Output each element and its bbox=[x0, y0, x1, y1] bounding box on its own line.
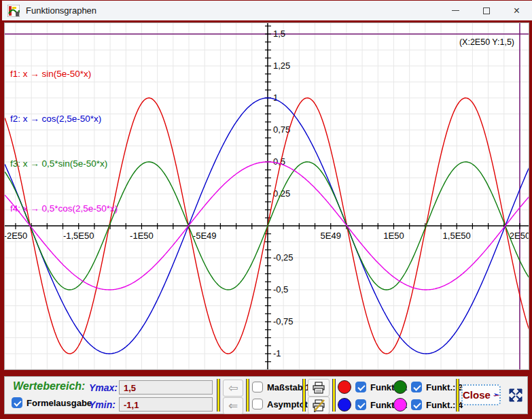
close-button-label: Close bbox=[463, 389, 491, 401]
expand-icon bbox=[508, 387, 524, 403]
y-tick-label: -1 bbox=[273, 348, 281, 358]
title-bar: Funktionsgraphen × bbox=[0, 0, 532, 20]
function-2-checkbox[interactable] bbox=[355, 399, 366, 410]
function-3-color-swatch bbox=[393, 380, 407, 394]
formula-f3: f3: x → 0,5*sin(5e-50*x) bbox=[10, 156, 118, 171]
pan-left-button[interactable]: ⇦ bbox=[223, 380, 243, 397]
formelausgabe-checkbox[interactable] bbox=[12, 397, 22, 408]
y-tick-label: -0,25 bbox=[273, 252, 294, 263]
fullscreen-button[interactable] bbox=[506, 386, 525, 404]
window-title: Funktionsgraphen bbox=[26, 5, 96, 16]
y-tick-label: 0,25 bbox=[273, 188, 290, 199]
function-4-color-swatch bbox=[393, 398, 407, 412]
asymptote-checkbox[interactable] bbox=[252, 399, 263, 409]
y-tick-label: -0,75 bbox=[273, 316, 294, 326]
maximize-button[interactable] bbox=[471, 1, 501, 20]
formelausgabe-label: Formelausgabe bbox=[26, 398, 92, 408]
close-icon: × bbox=[514, 5, 520, 16]
x-tick-label: 2E50 bbox=[510, 231, 529, 241]
formula-f2: f2: x → cos(2,5e-50*x) bbox=[10, 112, 118, 127]
function-4-checkbox[interactable] bbox=[411, 399, 422, 410]
arrow-left-double-icon: ⇐ bbox=[228, 399, 238, 413]
function-2-color-swatch bbox=[338, 398, 351, 412]
pan-left-fast-button[interactable]: ⇐ bbox=[223, 397, 243, 414]
print-setup-button[interactable] bbox=[308, 397, 330, 414]
close-button[interactable]: Close bbox=[461, 384, 501, 405]
x-tick-label: 1E50 bbox=[383, 231, 404, 241]
app-icon bbox=[7, 5, 20, 17]
control-panel: Wertebereich: Formelausgabe Ymax: 1,5 Ym… bbox=[4, 376, 528, 414]
formula-legend: f1: x → sin(5e-50*x) f2: x → cos(2,5e-50… bbox=[10, 37, 118, 246]
close-arrow-icon bbox=[493, 390, 499, 400]
arrow-left-icon: ⇦ bbox=[228, 381, 238, 395]
y-tick-label: 1,25 bbox=[273, 61, 290, 71]
close-window-button[interactable]: × bbox=[501, 1, 532, 20]
function-3-checkbox[interactable] bbox=[411, 382, 422, 392]
separator bbox=[332, 379, 336, 412]
ymin-label: Ymin: bbox=[89, 399, 116, 410]
x-tick-label: -5E49 bbox=[193, 231, 217, 241]
y-tick-label: 1 bbox=[273, 93, 278, 103]
separator bbox=[246, 379, 249, 412]
formula-f1: f1: x → sin(5e-50*x) bbox=[10, 67, 118, 82]
print-button[interactable] bbox=[308, 379, 330, 397]
minimize-icon bbox=[452, 10, 459, 11]
formula-f4: f4: x → 0,5*cos(2,5e-50*x) bbox=[10, 201, 118, 216]
x-tick-label: 1,5E50 bbox=[443, 231, 471, 241]
plot-area: -2E50-1,5E50-1E50-5E495E491E501,5E502E50… bbox=[4, 22, 529, 370]
maximize-icon bbox=[483, 7, 490, 14]
y-tick-label: -0,5 bbox=[273, 284, 288, 295]
function-1-checkbox[interactable] bbox=[355, 382, 366, 392]
ymax-label: Ymax: bbox=[89, 382, 118, 393]
x-tick-label: 5E49 bbox=[321, 231, 341, 241]
separator bbox=[302, 379, 306, 412]
printer-icon bbox=[311, 382, 326, 395]
asymptote-label: Asymptote bbox=[267, 399, 313, 409]
separator bbox=[217, 379, 220, 412]
printer-edit-icon bbox=[311, 399, 326, 412]
app-window: Funktionsgraphen × -2E50-1,5E50-1E50-5E4… bbox=[0, 0, 532, 419]
minimize-button[interactable] bbox=[440, 1, 471, 20]
wertebereich-label: Wertebereich: bbox=[13, 380, 85, 392]
ymin-field[interactable]: -1,1 bbox=[119, 397, 213, 412]
massstab-checkbox[interactable] bbox=[252, 382, 263, 392]
cursor-position-label: (X:2E50 Y:1,5) bbox=[459, 37, 514, 47]
ymax-field[interactable]: 1,5 bbox=[119, 380, 213, 395]
separator bbox=[456, 379, 459, 412]
y-tick-label: 1,5 bbox=[273, 29, 285, 39]
x-tick-label: -1E50 bbox=[130, 231, 154, 241]
function-1-color-swatch bbox=[338, 380, 351, 394]
